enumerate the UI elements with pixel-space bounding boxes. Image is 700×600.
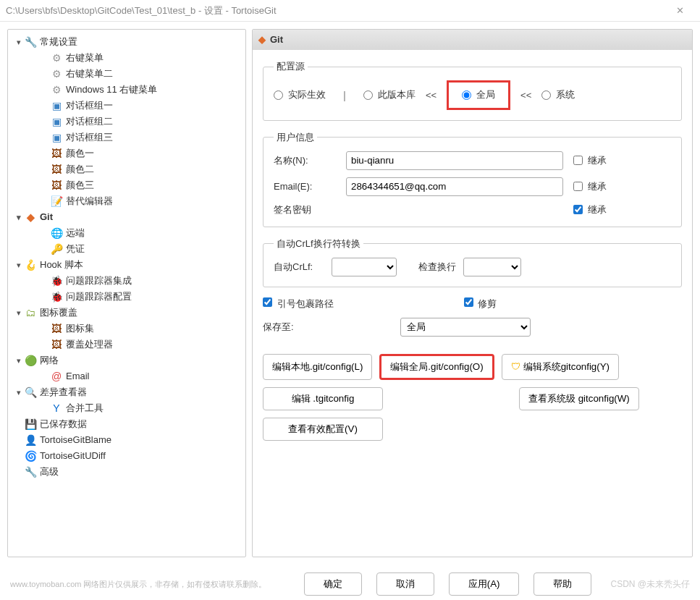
sign-inherit-checkbox[interactable]: 继承 [573, 203, 607, 216]
search-icon: 🔍 [24, 386, 37, 399]
expander-icon[interactable]: ▾ [14, 209, 24, 225]
tree-item[interactable]: 🖼颜色二 [11, 161, 243, 177]
gear-icon: ⚙ [50, 51, 63, 64]
apply-button[interactable]: 应用(A) [449, 572, 520, 596]
tree-item[interactable]: ⚙右键菜单 [11, 50, 243, 66]
auto-crlf-select[interactable] [332, 258, 397, 276]
radio-effective[interactable]: 实际生效 [274, 88, 326, 101]
edit-local-button[interactable]: 编辑本地.git/config(L) [263, 354, 372, 380]
editor-icon: 📝 [50, 195, 63, 208]
view-system-button[interactable]: 查看系统级 gitconfig(W) [519, 387, 639, 410]
tree-item-label: 右键菜单二 [66, 66, 113, 82]
save-to-select[interactable]: 全局 [400, 318, 531, 337]
footer: www.toymoban.com 网络图片仅供展示，非存储，如有侵权请联系删除。… [0, 572, 700, 596]
tree-item[interactable]: 🖼颜色一 [11, 145, 243, 161]
palette-icon: 🖼 [50, 163, 63, 176]
at-icon: @ [50, 370, 63, 383]
wrench-icon: 🔧 [24, 35, 37, 48]
tree-item[interactable]: ▾🟢网络 [11, 352, 243, 368]
tree-item[interactable]: ▾🗂图标覆盖 [11, 305, 243, 321]
bug-icon: 🐞 [50, 274, 63, 287]
content-header: ◆ Git [253, 30, 692, 50]
name-label: 名称(N): [274, 154, 346, 167]
expander-icon[interactable]: ▾ [14, 384, 24, 400]
tree-item[interactable]: 🔑凭证 [11, 241, 243, 257]
name-field[interactable] [346, 151, 563, 170]
expander-icon[interactable]: ▾ [14, 34, 24, 50]
tree-item[interactable]: 🖼图标集 [11, 321, 243, 337]
tree-item-label: 颜色一 [66, 145, 94, 161]
windows-icon: ▣ [50, 131, 63, 144]
email-inherit-checkbox[interactable]: 继承 [573, 180, 607, 193]
tree-item[interactable]: 🐞问题跟踪器配置 [11, 289, 243, 305]
iconset-icon: 🖼 [50, 322, 63, 335]
settings-tree[interactable]: ▾🔧常规设置⚙右键菜单⚙右键菜单二⚙Windows 11 右键菜单▣对话框组一▣… [7, 29, 246, 557]
tree-item[interactable]: 🖼覆盖处理器 [11, 337, 243, 352]
tree-item[interactable]: ▾🪝Hook 脚本 [11, 257, 243, 273]
tree-item[interactable]: 🌀TortoiseGitUDiff [11, 448, 243, 464]
credential-icon: 🔑 [50, 242, 63, 255]
tree-item-label: 已保存数据 [40, 416, 87, 432]
help-button[interactable]: 帮助 [534, 572, 591, 596]
gear-icon: ⚙ [50, 67, 63, 80]
tree-item[interactable]: ▣对话框组二 [11, 114, 243, 130]
tree-item[interactable]: 📝替代编辑器 [11, 193, 243, 209]
edit-global-button[interactable]: 编辑全局.git/config(O) [379, 354, 494, 380]
tree-item[interactable]: @Email [11, 368, 243, 384]
network-icon: 🟢 [24, 354, 37, 367]
windows-icon: ▣ [50, 115, 63, 128]
config-source-legend: 配置源 [274, 60, 308, 73]
expander-icon[interactable]: ▾ [14, 352, 24, 368]
tree-item[interactable]: 👤TortoiseGitBlame [11, 432, 243, 448]
expander-icon[interactable]: ▾ [14, 257, 24, 273]
tree-item[interactable]: 🖼颜色三 [11, 177, 243, 193]
tree-item[interactable]: ▾🔍差异查看器 [11, 384, 243, 400]
radio-system[interactable]: 系统 [541, 88, 575, 101]
tree-item[interactable]: ▾◆Git [11, 209, 243, 225]
prune-checkbox[interactable]: 修剪 [464, 297, 497, 310]
blame-icon: 👤 [24, 434, 37, 447]
content-panel: ◆ Git 配置源 实际生效 | 此版本库 << 全局 << 系统 [252, 29, 693, 557]
email-field[interactable] [346, 177, 563, 196]
gear-icon: ⚙ [50, 83, 63, 96]
shield-icon: 🛡 [511, 361, 520, 372]
tree-item[interactable]: 🐞问题跟踪器集成 [11, 273, 243, 289]
tree-item[interactable]: 🌐远端 [11, 225, 243, 241]
arrow-icon: << [515, 90, 537, 101]
email-label: Email(E): [274, 181, 346, 192]
tree-item[interactable]: ▾🔧常规设置 [11, 34, 243, 50]
tree-item-label: Git [40, 209, 53, 225]
tree-item[interactable]: ⚙Windows 11 右键菜单 [11, 82, 243, 98]
tree-item-label: 替代编辑器 [66, 193, 113, 209]
tree-item[interactable]: 🔧高级 [11, 464, 243, 480]
tree-item[interactable]: ▣对话框组三 [11, 130, 243, 145]
tree-item-label: Hook 脚本 [40, 257, 83, 273]
config-source-group: 配置源 实际生效 | 此版本库 << 全局 << 系统 [263, 60, 682, 121]
tree-item-label: 问题跟踪器集成 [66, 273, 132, 289]
tree-item[interactable]: ⚙右键菜单二 [11, 66, 243, 82]
csdn-watermark: CSDN @未来秃头仔 [610, 578, 690, 591]
cancel-button[interactable]: 取消 [376, 572, 434, 596]
tree-item-label: 对话框组二 [66, 114, 113, 130]
tree-item[interactable]: Y合并工具 [11, 400, 243, 416]
view-effective-button[interactable]: 查看有效配置(V) [263, 418, 383, 441]
tree-item[interactable]: ▣对话框组一 [11, 98, 243, 114]
tree-item-label: 右键菜单 [66, 50, 104, 66]
wrench-icon: 🔧 [24, 465, 37, 478]
check-crlf-select[interactable] [463, 258, 521, 276]
edit-system-button[interactable]: 🛡编辑系统gitconfig(Y) [502, 354, 619, 380]
ok-button[interactable]: 确定 [304, 572, 362, 596]
edit-tgitconfig-button[interactable]: 编辑 .tgitconfig [263, 387, 383, 410]
tree-item[interactable]: 💾已保存数据 [11, 416, 243, 432]
overlay-icon: 🗂 [24, 306, 37, 319]
name-inherit-checkbox[interactable]: 继承 [573, 154, 607, 167]
radio-local[interactable]: 此版本库 [363, 88, 416, 101]
tree-item-label: 图标集 [66, 321, 94, 337]
close-icon[interactable]: ✕ [665, 0, 694, 22]
tree-item-label: 凭证 [66, 241, 85, 257]
crlf-group: 自动CrLf换行符转换 自动CrLf: 检查换行 [263, 237, 682, 287]
quote-path-checkbox[interactable]: 引号包裹路径 [263, 297, 334, 310]
radio-global[interactable]: 全局 [462, 88, 495, 101]
globe-icon: 🌐 [50, 227, 63, 240]
expander-icon[interactable]: ▾ [14, 305, 24, 321]
